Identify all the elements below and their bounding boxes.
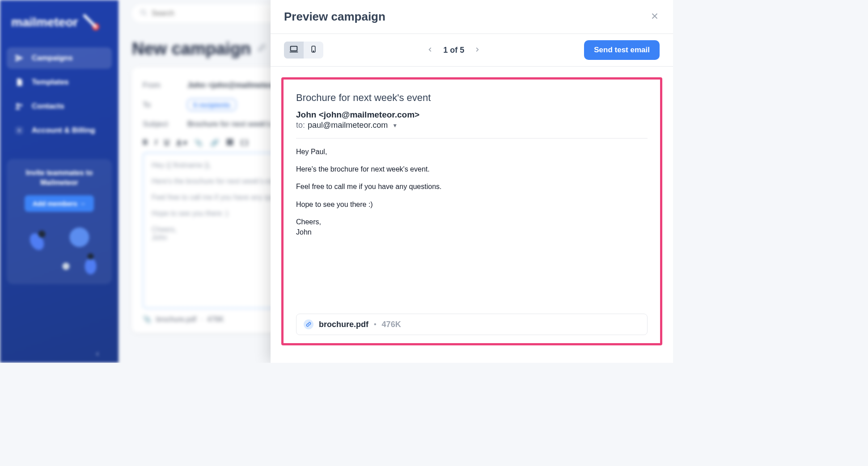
mobile-view-button[interactable]	[304, 42, 323, 59]
modal-subheader: 1 of 5 Send test email	[271, 34, 673, 67]
from-label: From	[143, 81, 174, 90]
attachment-link-icon	[304, 319, 313, 329]
sidebar-item-templates[interactable]: Templates	[7, 71, 112, 93]
laptop-icon	[289, 44, 299, 56]
sidebar-item-account[interactable]: Account & Billing	[7, 120, 112, 141]
attachment-size: 476K	[382, 320, 401, 329]
pager-text: 1 of 5	[443, 46, 464, 55]
svg-point-13	[313, 51, 314, 52]
attachment-name: brochure.pdf	[319, 320, 368, 329]
people-icon	[15, 102, 24, 111]
sidebar-item-label: Templates	[32, 78, 69, 87]
pager-next-button[interactable]	[472, 44, 482, 57]
desktop-view-button[interactable]	[284, 42, 304, 59]
subject-label: Subject	[143, 120, 174, 129]
caret-down-icon: ▼	[392, 122, 398, 129]
text-color-icon[interactable]: A ▾	[177, 139, 187, 147]
dot-separator: •	[374, 320, 377, 328]
phone-icon	[309, 45, 318, 55]
underline-icon[interactable]: U	[164, 139, 169, 147]
attachment-icon: 📎	[143, 315, 152, 323]
email-body-line: Hope to see you there :)	[296, 199, 648, 210]
sidebar-item-label: Campaigns	[32, 54, 73, 63]
sidebar-item-label: Account & Billing	[32, 126, 95, 135]
modal-header: Preview campaign	[271, 0, 673, 34]
logo: mailmeteor	[7, 13, 112, 45]
attachment-size: 476K	[207, 315, 224, 323]
invite-teammates-card: Invite teammates to Mailmeteor Add membe…	[7, 159, 112, 284]
svg-point-5	[63, 263, 70, 270]
page-title: New campaign	[132, 39, 251, 59]
svg-point-3	[18, 130, 21, 132]
link-icon[interactable]: 🔗	[210, 139, 219, 147]
gear-icon	[15, 126, 24, 135]
email-to-row[interactable]: to: paul@mailmeteor.com ▼	[296, 121, 648, 130]
svg-point-1	[16, 103, 19, 106]
divider	[296, 138, 648, 139]
email-to-label: to:	[296, 121, 305, 130]
email-body-line: Hey Paul,	[296, 147, 648, 157]
send-icon	[15, 54, 24, 63]
sidebar-item-label: Contacts	[32, 102, 64, 111]
email-to-value: paul@mailmeteor.com	[308, 121, 388, 130]
to-label: To	[143, 101, 174, 109]
modal-title: Preview campaign	[284, 10, 385, 24]
email-body-line: Here's the brochure for next week's even…	[296, 164, 648, 174]
attachment-name: brochure.pdf	[156, 315, 196, 323]
svg-point-9	[88, 253, 94, 260]
svg-point-8	[85, 258, 97, 274]
svg-rect-11	[291, 46, 297, 51]
recipients-pill[interactable]: 5 recipients	[187, 99, 236, 111]
collapse-sidebar-button[interactable]: ‹	[96, 349, 99, 358]
preview-frame: Brochure for next week's event John <joh…	[281, 77, 662, 345]
italic-icon[interactable]: I	[155, 139, 157, 147]
attachment-icon[interactable]: 📎	[194, 139, 203, 147]
attachment-row[interactable]: brochure.pdf • 476K	[296, 314, 648, 335]
bold-icon[interactable]: B	[143, 139, 148, 147]
email-body-line: Cheers, John	[296, 217, 648, 237]
preview-wrap: Brochure for next week's event John <joh…	[271, 67, 673, 363]
add-members-button[interactable]: Add members →	[25, 195, 94, 212]
close-button[interactable]	[650, 11, 660, 23]
file-icon	[15, 78, 24, 87]
brand-name: mailmeteor	[11, 15, 78, 29]
search-icon	[140, 9, 147, 18]
email-subject: Brochure for next week's event	[296, 92, 648, 104]
svg-point-2	[20, 104, 22, 106]
edit-title-icon[interactable]	[256, 43, 266, 55]
svg-point-10	[141, 10, 145, 14]
email-body: Hey Paul, Here's the brochure for next w…	[296, 147, 648, 244]
sidebar-item-contacts[interactable]: Contacts	[7, 96, 112, 117]
variable-icon[interactable]: { }	[241, 139, 248, 147]
invite-title: Invite teammates to Mailmeteor	[13, 168, 106, 188]
pager: 1 of 5	[425, 44, 482, 57]
comet-icon	[82, 13, 100, 31]
sidebar-item-campaigns[interactable]: Campaigns	[7, 47, 112, 69]
svg-point-7	[38, 231, 46, 238]
svg-point-4	[70, 227, 89, 247]
email-body-line: Feel free to call me if you have any que…	[296, 181, 648, 192]
sidebar: mailmeteor Campaigns Templates Contacts …	[0, 0, 119, 363]
device-toggle	[284, 42, 323, 59]
email-from: John <john@mailmeteor.com>	[296, 110, 648, 120]
pager-prev-button[interactable]	[425, 44, 435, 57]
preview-campaign-modal: Preview campaign 1 of 5	[271, 0, 673, 363]
send-test-email-button[interactable]: Send test email	[584, 40, 660, 60]
image-icon[interactable]: 🖼	[226, 139, 233, 147]
invite-illustration	[7, 217, 112, 284]
